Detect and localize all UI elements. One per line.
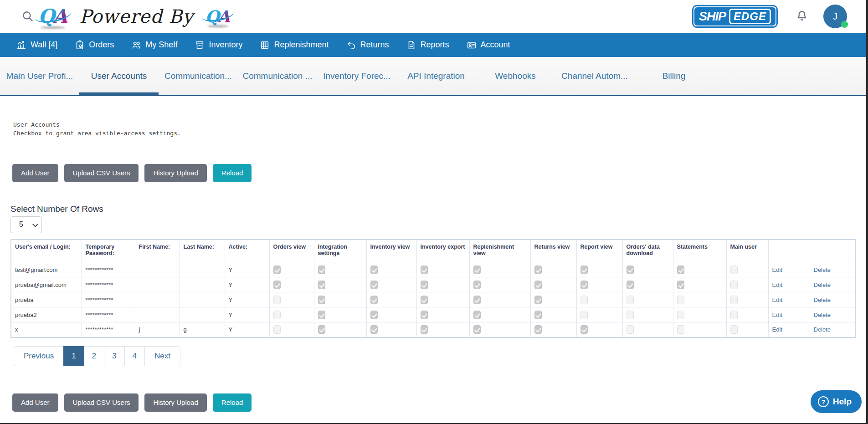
nav-item-orders[interactable]: Orders	[75, 40, 114, 50]
history-upload-button[interactable]: History Upload	[144, 393, 206, 412]
rows-select[interactable]: 5	[10, 216, 42, 233]
orders-view-checkbox[interactable]	[273, 325, 281, 334]
integration-settings-checkbox[interactable]	[318, 311, 325, 319]
delete-link[interactable]: Delete	[814, 266, 831, 273]
delete-link[interactable]: Delete	[814, 326, 831, 333]
report-view-checkbox[interactable]	[580, 325, 588, 334]
replenishment-view-checkbox[interactable]	[473, 296, 481, 304]
orders-data-download-checkbox[interactable]	[627, 266, 634, 274]
statements-checkbox[interactable]	[677, 266, 684, 274]
edit-link[interactable]: Edit	[772, 296, 782, 303]
tab-api-integration[interactable]: API Integration	[396, 57, 476, 95]
inventory-export-checkbox[interactable]	[421, 266, 428, 274]
report-view-checkbox[interactable]	[580, 296, 588, 304]
pagination-page-4[interactable]: 4	[124, 346, 145, 366]
main-user-checkbox[interactable]	[730, 266, 738, 274]
tab-main-user-profi[interactable]: Main User Profi...	[0, 57, 79, 95]
reload-button[interactable]: Reload	[213, 393, 252, 412]
reload-button[interactable]: Reload	[213, 164, 252, 182]
orders-data-download-checkbox[interactable]	[627, 311, 634, 319]
inventory-export-checkbox[interactable]	[421, 281, 428, 289]
search-button[interactable]	[21, 10, 34, 24]
upload-csv-users-button[interactable]: Upload CSV Users	[64, 164, 139, 182]
pagination-next[interactable]: Next	[144, 346, 180, 366]
main-user-checkbox[interactable]	[730, 281, 738, 289]
inventory-view-checkbox[interactable]	[370, 266, 378, 274]
inventory-view-checkbox[interactable]	[370, 296, 378, 304]
orders-view-checkbox[interactable]	[273, 296, 281, 304]
inventory-export-checkbox[interactable]	[421, 296, 428, 304]
tab-inventory-forec[interactable]: Inventory Forec...	[317, 57, 396, 95]
replenishment-view-checkbox[interactable]	[473, 311, 481, 319]
report-view-checkbox[interactable]	[580, 281, 588, 289]
orders-data-download-checkbox[interactable]	[627, 325, 634, 334]
add-user-button[interactable]: Add User	[12, 393, 58, 412]
main-user-checkbox[interactable]	[730, 325, 738, 334]
inventory-view-checkbox[interactable]	[370, 311, 378, 319]
tab-channel-autom[interactable]: Channel Autom...	[555, 57, 634, 95]
tab-communication[interactable]: Communication...	[159, 57, 238, 95]
returns-view-checkbox[interactable]	[534, 325, 542, 334]
replenishment-view-checkbox[interactable]	[473, 325, 481, 334]
statements-checkbox[interactable]	[677, 325, 684, 334]
main-user-cell	[726, 262, 768, 277]
returns-view-checkbox[interactable]	[534, 311, 542, 319]
rows-select-value[interactable]: 5	[10, 216, 42, 233]
statements-checkbox[interactable]	[677, 311, 684, 319]
orders-view-checkbox[interactable]	[273, 281, 281, 289]
replenishment-view-checkbox[interactable]	[473, 281, 481, 289]
user-avatar[interactable]: J	[823, 5, 847, 28]
nav-item-wall-4[interactable]: Wall [4]	[16, 40, 57, 50]
notifications-button[interactable]	[795, 9, 809, 24]
edit-link[interactable]: Edit	[772, 326, 782, 333]
nav-item-reports[interactable]: Reports	[406, 40, 449, 50]
integration-settings-checkbox[interactable]	[318, 296, 325, 304]
returns-view-cell	[530, 277, 576, 292]
returns-view-checkbox[interactable]	[534, 281, 542, 289]
pagination-previous[interactable]: Previous	[14, 346, 64, 366]
nav-item-inventory[interactable]: Inventory	[195, 40, 242, 50]
tab-billing[interactable]: Billing	[634, 57, 714, 95]
inventory-export-checkbox[interactable]	[421, 325, 428, 334]
tab-webhooks[interactable]: Webhooks	[476, 57, 555, 95]
nav-item-returns[interactable]: Returns	[346, 40, 389, 50]
upload-csv-users-button[interactable]: Upload CSV Users	[64, 393, 139, 412]
delete-link[interactable]: Delete	[814, 312, 831, 318]
inventory-view-checkbox[interactable]	[370, 281, 378, 289]
help-button[interactable]: ? Help	[811, 390, 862, 413]
inventory-export-checkbox[interactable]	[421, 311, 428, 319]
main-user-checkbox[interactable]	[730, 311, 738, 319]
tab-communication[interactable]: Communication ...	[238, 57, 317, 95]
delete-link-cell: Delete	[810, 322, 856, 337]
returns-view-checkbox[interactable]	[534, 266, 542, 274]
edit-link[interactable]: Edit	[772, 281, 782, 288]
integration-settings-checkbox[interactable]	[318, 281, 325, 289]
tab-user-accounts[interactable]: User Accounts	[79, 57, 159, 95]
inventory-view-checkbox[interactable]	[370, 325, 378, 334]
edit-link[interactable]: Edit	[772, 266, 782, 273]
orders-view-checkbox[interactable]	[273, 266, 281, 274]
delete-link[interactable]: Delete	[814, 281, 831, 288]
statements-checkbox[interactable]	[677, 296, 684, 304]
main-user-checkbox[interactable]	[730, 296, 738, 304]
add-user-button[interactable]: Add User	[12, 164, 58, 182]
delete-link[interactable]: Delete	[814, 296, 831, 303]
orders-view-checkbox[interactable]	[273, 311, 281, 319]
pagination-page-3[interactable]: 3	[104, 346, 124, 366]
orders-data-download-checkbox[interactable]	[627, 296, 634, 304]
nav-item-replenishment[interactable]: Replenishment	[260, 40, 329, 50]
pagination-page-1[interactable]: 1	[63, 346, 84, 366]
orders-data-download-checkbox[interactable]	[627, 281, 634, 289]
returns-view-checkbox[interactable]	[534, 296, 542, 304]
statements-checkbox[interactable]	[677, 281, 684, 289]
history-upload-button[interactable]: History Upload	[144, 164, 206, 182]
edit-link[interactable]: Edit	[772, 312, 782, 318]
nav-item-account[interactable]: Account	[467, 40, 510, 50]
report-view-checkbox[interactable]	[580, 266, 588, 274]
integration-settings-checkbox[interactable]	[318, 266, 325, 274]
replenishment-view-checkbox[interactable]	[473, 266, 481, 274]
pagination-page-2[interactable]: 2	[84, 346, 104, 366]
integration-settings-checkbox[interactable]	[318, 325, 325, 334]
nav-item-my-shelf[interactable]: My Shelf	[131, 40, 177, 50]
report-view-checkbox[interactable]	[580, 311, 588, 319]
